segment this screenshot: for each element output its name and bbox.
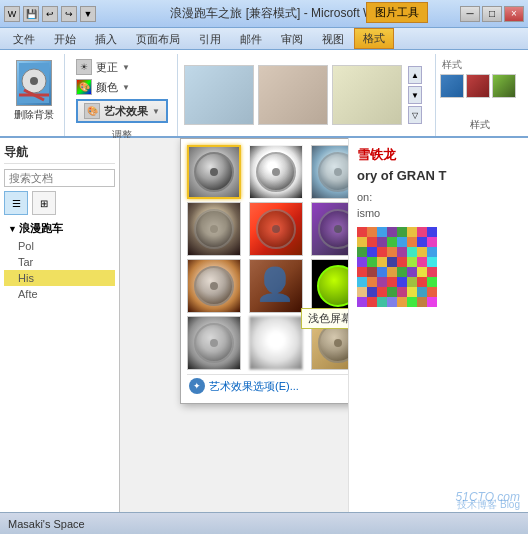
color-icon: 🎨 (76, 79, 92, 95)
correction-icon: ☀ (76, 59, 92, 75)
effect-thumb-7[interactable] (249, 202, 303, 256)
disc-overlay (318, 209, 348, 249)
word-icon: W (4, 6, 20, 22)
doc-image (357, 227, 437, 307)
style-icon-3[interactable] (492, 74, 516, 98)
style-thumb-3[interactable] (332, 65, 402, 125)
effect-thumb-17[interactable] (249, 316, 303, 370)
art-effects-button[interactable]: 🎨 艺术效果 ▼ (73, 98, 171, 124)
tab-layout[interactable]: 页面布局 (127, 29, 189, 49)
sidebar-list-view[interactable]: ☰ (4, 191, 28, 215)
doc-heading-1: ory of GRAN T (357, 168, 520, 183)
effect-tooltip: 浅色屏幕 (301, 308, 348, 329)
tab-review[interactable]: 审阅 (272, 29, 312, 49)
close-button[interactable]: × (504, 6, 524, 22)
style-thumb-2[interactable] (258, 65, 328, 125)
doc-text-3: ismo (357, 207, 520, 219)
art-dropdown-arrow: ▼ (152, 107, 160, 116)
style-icon-1[interactable] (440, 74, 464, 98)
disc-overlay (194, 323, 234, 363)
status-bar: Masaki's Space (0, 512, 528, 534)
art-effects-inner: 🎨 艺术效果 ▼ (76, 99, 168, 123)
car-brand: 雪铁龙 (357, 146, 520, 164)
document-area: 导航 ☰ ⊞ ▼ 浪漫跑车 Pol Tar His Afte (0, 138, 528, 512)
remove-background-button[interactable]: 删除背景 (10, 56, 58, 126)
strip-scroll-expand[interactable]: ▼ (408, 86, 422, 104)
remove-bg-label: 删除背景 (14, 108, 54, 122)
disc-overlay (194, 152, 234, 192)
style-icon-2[interactable] (466, 74, 490, 98)
strip-scroll-down[interactable]: ▽ (408, 106, 422, 124)
disc-overlay (256, 209, 296, 249)
adjust-group: ☀ 更正 ▼ 🎨 颜色 ▼ 🎨 艺术效果 ▼ 调整 (67, 54, 178, 136)
minimize-button[interactable]: ─ (460, 6, 480, 22)
status-text: Masaki's Space (8, 518, 85, 530)
redo-icon[interactable]: ↪ (61, 6, 77, 22)
style-strip-scroll: ▲ ▼ ▽ (408, 66, 422, 124)
styles-group: 样式 样式 (435, 54, 524, 136)
styles-label: 样式 (440, 118, 520, 134)
strip-scroll-up[interactable]: ▲ (408, 66, 422, 84)
search-input[interactable] (4, 169, 115, 187)
color-button[interactable]: 🎨 颜色 ▼ (73, 78, 171, 96)
tab-format[interactable]: 格式 (354, 28, 394, 49)
title-bar-icons: W 💾 ↩ ↪ ▼ (4, 6, 96, 22)
effect-thumb-watercolor[interactable] (311, 145, 348, 199)
document-content: 👤 (120, 138, 348, 512)
effect-thumb-6[interactable] (187, 202, 241, 256)
sidebar-grid-view[interactable]: ⊞ (32, 191, 56, 215)
sidebar-view-icons: ☰ ⊞ (4, 191, 115, 215)
styles-heading: 样式 (440, 56, 520, 74)
tab-insert[interactable]: 插入 (86, 29, 126, 49)
nav-expand-arrow: ▼ (8, 224, 17, 234)
effect-thumb-pencil[interactable] (249, 145, 303, 199)
disc-overlay (194, 266, 234, 306)
remove-bg-icon (16, 60, 52, 106)
disc-overlay (256, 152, 296, 192)
effect-thumb-12[interactable]: 👤 (249, 259, 303, 313)
disc-overlay (318, 323, 348, 363)
nav-item-his[interactable]: His (4, 270, 115, 286)
tab-references[interactable]: 引用 (190, 29, 230, 49)
customize-icon[interactable]: ▼ (80, 6, 96, 22)
art-effects-icon: 🎨 (84, 103, 100, 119)
style-thumb-1[interactable] (184, 65, 254, 125)
tab-home[interactable]: 开始 (45, 29, 85, 49)
nav-item-tar[interactable]: Tar (4, 254, 115, 270)
effect-thumb-8[interactable] (311, 202, 348, 256)
color-dropdown-arrow: ▼ (122, 83, 130, 92)
effect-thumb-13[interactable] (311, 259, 348, 313)
picture-styles-strip: ▲ ▼ ▽ (180, 54, 433, 136)
quick-save-icon[interactable]: 💾 (23, 6, 39, 22)
navigation-tree: ▼ 浪漫跑车 Pol Tar His Afte (4, 219, 115, 302)
sidebar-title: 导航 (4, 142, 115, 164)
effect-thumb-16[interactable] (187, 316, 241, 370)
correction-dropdown-arrow: ▼ (122, 63, 130, 72)
tab-file[interactable]: 文件 (4, 29, 44, 49)
navigation-sidebar: 导航 ☰ ⊞ ▼ 浪漫跑车 Pol Tar His Afte (0, 138, 120, 512)
ribbon-bar: 删除背景 ☀ 更正 ▼ 🎨 颜色 ▼ 🎨 艺术效果 ▼ 调整 ▲ (0, 50, 528, 138)
correction-button[interactable]: ☀ 更正 ▼ (73, 58, 171, 76)
title-bar: W 💾 ↩ ↪ ▼ 浪漫跑车之旅 [兼容模式] - Microsoft Word… (0, 0, 528, 28)
art-effects-options-link[interactable]: ✦ 艺术效果选项(E)... (187, 374, 348, 397)
options-icon: ✦ (189, 378, 205, 394)
doc-text-2: on: (357, 191, 520, 203)
style-icons (440, 74, 520, 98)
maximize-button[interactable]: □ (482, 6, 502, 22)
watermark-subtitle: 技术博客 Blog (457, 498, 520, 512)
undo-icon[interactable]: ↩ (42, 6, 58, 22)
tab-view[interactable]: 视图 (313, 29, 353, 49)
disc-overlay (318, 152, 348, 192)
ribbon-tab-bar: 文件 开始 插入 页面布局 引用 邮件 审阅 视图 格式 (0, 28, 528, 50)
nav-item-pol[interactable]: Pol (4, 238, 115, 254)
effect-thumb-normal[interactable] (187, 145, 241, 199)
window-controls: ─ □ × (460, 6, 524, 22)
effect-thumb-11[interactable] (187, 259, 241, 313)
nav-item-after[interactable]: Afte (4, 286, 115, 302)
tab-mail[interactable]: 邮件 (231, 29, 271, 49)
nav-item-parent[interactable]: ▼ 浪漫跑车 (4, 219, 115, 238)
disc-overlay (194, 209, 234, 249)
svg-point-2 (30, 77, 38, 85)
remove-bg-group: 删除背景 (4, 54, 65, 136)
picture-tools-tab[interactable]: 图片工具 (366, 2, 428, 23)
